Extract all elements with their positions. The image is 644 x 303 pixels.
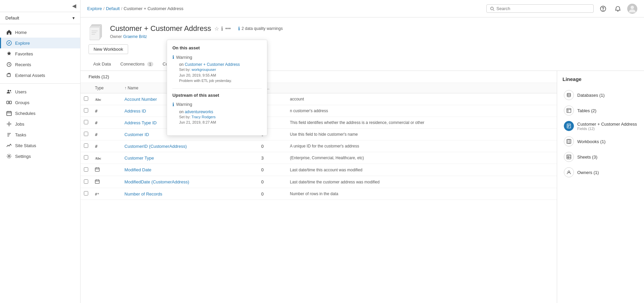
popup-upstream-set-by[interactable]: Tracy Rodgers <box>192 115 216 119</box>
search-input[interactable] <box>496 6 590 11</box>
info-icon[interactable]: ℹ <box>221 26 223 32</box>
row-checkbox[interactable] <box>80 188 92 200</box>
row-checkbox[interactable] <box>80 105 92 117</box>
user-avatar[interactable] <box>627 4 637 14</box>
row-checkbox[interactable] <box>80 164 92 176</box>
main-area: Explore / Default / Customer + Customer … <box>80 0 644 303</box>
row-checkbox[interactable] <box>80 152 92 164</box>
popup-upstream-link[interactable]: adventureworks <box>185 110 213 114</box>
asset-header: Customer + Customer Address ☆ ℹ ••• ℹ 2 … <box>80 17 644 40</box>
row-checkbox[interactable] <box>80 129 92 140</box>
sidebar: ◀ Default ▾ Home Explore Favorites Recen… <box>0 0 80 303</box>
lineage-item-owners[interactable]: Owners (1) <box>562 165 639 180</box>
svg-point-4 <box>10 90 11 91</box>
tab-connections[interactable]: Connections 1 <box>116 58 158 71</box>
lineage-customer-address-text: Customer + Customer Address Fields (12) <box>577 122 637 131</box>
sidebar-item-external-assets[interactable]: External Assets <box>0 70 80 81</box>
new-workbook-button[interactable]: New Workbook <box>89 44 128 54</box>
breadcrumb-explore[interactable]: Explore <box>87 6 102 11</box>
search-box[interactable] <box>486 4 594 13</box>
svg-rect-6 <box>9 101 11 104</box>
sidebar-collapse-button[interactable]: ◀ <box>72 3 76 9</box>
fields-title: Fields (12) <box>89 74 109 79</box>
help-button[interactable] <box>598 3 608 14</box>
row-type: Abc <box>92 152 121 164</box>
data-quality-warning[interactable]: ℹ 2 data quality warnings <box>238 26 283 31</box>
popup-upstream-date: Jun 21, 2019, 8:27 AM <box>179 120 216 124</box>
table-row: # Address Type ID 1 This field identifie… <box>80 117 557 129</box>
row-name[interactable]: ModifiedDate (CustomerAddress) <box>121 176 258 188</box>
topbar: Explore / Default / Customer + Customer … <box>80 0 644 17</box>
notifications-button[interactable] <box>612 3 623 14</box>
lineage-title: Lineage <box>562 76 639 82</box>
help-icon <box>600 6 606 12</box>
asset-title: Customer + Customer Address <box>110 24 211 33</box>
row-description: Use this field to hide customer's name <box>286 129 557 140</box>
lineage-panel: Lineage Databases (1) Tables (2) Cu <box>557 71 644 303</box>
sidebar-item-label: Users <box>15 89 26 94</box>
sidebar-item-users[interactable]: Users <box>0 86 80 97</box>
popup-on-asset-link[interactable]: Customer + Customer Address <box>185 62 240 67</box>
popup-upstream-warning-icon: ℹ <box>172 102 174 107</box>
sidebar-item-label: Home <box>15 30 27 35</box>
fields-header: Fields (12) <box>80 71 557 83</box>
popup-warning-type: Warning <box>176 55 192 60</box>
search-icon <box>490 6 494 11</box>
popup-problem: Problem with ETL job yesterday. <box>179 79 232 83</box>
table-row: ModifiedDate (CustomerAddress) 0 Last da… <box>80 176 557 188</box>
table-row: Modified Date 0 Last date/time this acco… <box>80 164 557 176</box>
lineage-workbooks-label: Workbooks (1) <box>577 139 637 144</box>
project-selector[interactable]: Default ▾ <box>0 12 80 24</box>
col-description <box>286 83 557 93</box>
sidebar-item-favorites[interactable]: Favorites <box>0 48 80 59</box>
row-checkbox[interactable] <box>80 93 92 105</box>
popup-upstream-meta: Set by: Tracy Rodgers Jun 21, 2019, 8:27… <box>179 114 262 125</box>
sidebar-item-label: Tasks <box>15 132 26 137</box>
row-name[interactable]: CustomerID (CustomerAddress) <box>121 140 258 152</box>
row-name[interactable]: Number of Records <box>121 188 258 200</box>
lineage-item-sheets[interactable]: Sheets (3) <box>562 149 639 165</box>
sidebar-item-home[interactable]: Home <box>0 27 80 38</box>
row-name[interactable]: Customer Type <box>121 152 258 164</box>
lineage-databases-icon <box>564 90 574 100</box>
row-checkbox[interactable] <box>80 140 92 152</box>
popup-set-by-link[interactable]: workgroupuser <box>192 68 216 72</box>
breadcrumb-default[interactable]: Default <box>106 6 120 11</box>
sidebar-item-explore[interactable]: Explore <box>0 38 80 48</box>
popup-upstream-title: Upstream of this asset <box>172 93 262 98</box>
lineage-item-tables[interactable]: Tables (2) <box>562 103 639 118</box>
sidebar-item-settings[interactable]: Settings <box>0 151 80 162</box>
owner-name[interactable]: Graeme Britz <box>123 34 147 39</box>
svg-point-14 <box>631 6 634 9</box>
table-row: Abc Account Number account <box>80 93 557 105</box>
popup-warning-icon: ℹ <box>172 54 174 60</box>
sidebar-toggle-area: ◀ <box>0 0 80 12</box>
svg-rect-21 <box>567 109 571 113</box>
row-checkbox[interactable] <box>80 117 92 129</box>
sidebar-item-recents[interactable]: Recents <box>0 59 80 70</box>
sidebar-item-groups[interactable]: Groups <box>0 97 80 108</box>
data-quality-popup: On this asset ℹ Warning on Customer + Cu… <box>167 40 267 136</box>
lineage-item-customer-address[interactable]: Customer + Customer Address Fields (12) <box>562 118 639 134</box>
tab-ask-data[interactable]: Ask Data <box>89 58 116 71</box>
svg-rect-18 <box>95 168 99 172</box>
more-options-icon[interactable]: ••• <box>225 26 231 32</box>
table-row: # CustomerID (CustomerAddress) 0 A uniqu… <box>80 140 557 152</box>
favorite-icon[interactable]: ☆ <box>214 26 219 32</box>
lineage-workbooks-text: Workbooks (1) <box>577 139 637 144</box>
popup-upstream-on-label: on <box>179 110 185 114</box>
sidebar-item-tasks[interactable]: Tasks <box>0 129 80 140</box>
lineage-item-databases[interactable]: Databases (1) <box>562 87 639 103</box>
col-checkbox <box>80 83 92 93</box>
tab-connections-badge: 1 <box>147 62 153 67</box>
lineage-customer-address-label: Customer + Customer Address <box>577 122 637 127</box>
breadcrumb-sep-1: / <box>103 6 105 11</box>
tabs: Ask Data Connections 1 Connected Workboo… <box>80 58 644 71</box>
sidebar-item-site-status[interactable]: Site Status <box>0 140 80 151</box>
lineage-item-workbooks[interactable]: Workbooks (1) <box>562 134 639 149</box>
row-type <box>92 164 121 176</box>
sidebar-item-jobs[interactable]: Jobs <box>0 119 80 129</box>
row-name[interactable]: Modified Date <box>121 164 258 176</box>
sidebar-item-schedules[interactable]: Schedules <box>0 108 80 119</box>
row-checkbox[interactable] <box>80 176 92 188</box>
